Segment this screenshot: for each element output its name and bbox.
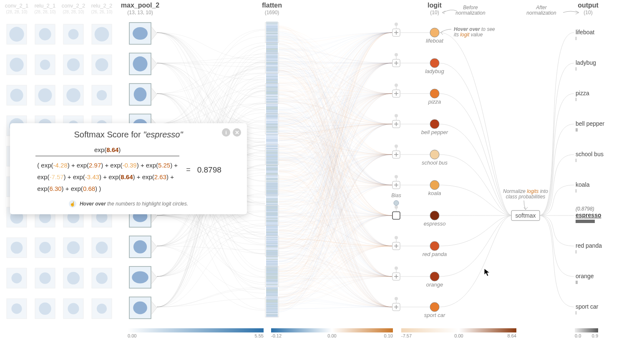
svg-rect-195 [266,133,278,134]
svg-rect-346 [266,259,278,260]
svg-rect-147 [266,93,278,94]
svg-rect-300 [266,221,278,221]
output-label[interactable]: espresso [576,212,601,218]
svg-rect-285 [266,208,278,209]
bias-dot [395,145,398,148]
logit-value[interactable]: -4.28 [53,162,68,169]
logit-value[interactable]: 2.97 [89,162,101,169]
add-node[interactable] [392,181,400,189]
svg-rect-387 [266,293,278,294]
add-node[interactable] [392,273,400,280]
svg-rect-372 [266,281,278,282]
logit-circle[interactable] [430,241,439,251]
add-node[interactable] [392,242,400,250]
output-bar [576,189,576,193]
svg-point-25 [39,242,51,254]
svg-rect-183 [266,123,278,124]
svg-rect-167 [266,109,278,110]
svg-text:conv_2_2: conv_2_2 [62,3,85,9]
logit-value[interactable]: -0.39 [123,162,137,169]
svg-rect-384 [266,291,278,292]
logit-circle[interactable] [430,150,439,159]
svg-rect-91 [266,46,278,47]
logit-value[interactable]: 8.64 [121,173,133,180]
output-label[interactable]: school bus [576,151,604,157]
logit-circle[interactable] [430,302,439,312]
svg-rect-125 [266,74,278,75]
bias-circle[interactable] [394,200,399,205]
svg-rect-377 [266,285,278,286]
softmax-label: softmax [515,212,536,219]
svg-rect-75 [266,33,278,33]
logit-circle[interactable] [430,89,439,98]
bias-label: Bias [391,193,401,198]
svg-rect-270 [266,195,278,196]
svg-rect-84 [266,40,278,41]
logit-value[interactable]: 8.64 [106,146,118,153]
svg-rect-274 [266,199,278,200]
svg-rect-223 [266,156,278,157]
output-label[interactable]: lifeboat [576,29,594,36]
svg-rect-226 [266,159,278,160]
svg-rect-119 [266,69,278,70]
logit-circle[interactable] [430,180,439,190]
svg-rect-337 [266,251,278,252]
svg-rect-266 [266,192,278,193]
svg-rect-155 [266,99,278,100]
output-label[interactable]: red panda [576,242,602,249]
logit-circle[interactable] [430,119,439,129]
svg-rect-205 [266,141,278,142]
logit-circle[interactable] [430,272,439,281]
logit-circle[interactable] [430,211,439,220]
svg-rect-299 [266,220,278,221]
logit-value[interactable]: 2.63 [154,173,166,180]
svg-rect-81 [266,38,278,38]
svg-rect-180 [266,120,278,121]
svg-rect-314 [266,232,278,233]
layer-title-output: output [578,2,599,9]
add-node[interactable] [392,303,400,311]
output-label[interactable]: koala [576,181,590,188]
svg-rect-117 [266,68,278,68]
output-label[interactable]: ladybug [576,59,596,66]
svg-rect-390 [266,296,278,297]
svg-rect-188 [266,127,278,128]
output-label[interactable]: sport car [576,303,599,310]
svg-point-36 [67,272,80,284]
output-label[interactable]: bell pepper [576,120,605,127]
add-node[interactable] [392,90,400,97]
svg-rect-121 [266,71,278,72]
svg-rect-267 [266,193,278,194]
logit-circle[interactable] [430,28,439,37]
svg-rect-375 [266,283,278,284]
svg-text:0.00: 0.00 [128,333,136,338]
svg-rect-193 [266,131,278,132]
svg-rect-411 [266,313,278,314]
svg-point-20 [38,88,52,102]
output-label[interactable]: orange [576,273,594,279]
logit-value[interactable]: 6.30 [49,185,61,192]
close-icon[interactable]: ✕ [233,128,241,137]
svg-rect-221 [266,155,278,155]
info-icon[interactable]: i [222,128,230,137]
bias-dot [395,266,398,270]
logit-value[interactable]: -3.43 [85,173,99,180]
logit-value[interactable]: -7.57 [49,173,63,180]
layer-title-flatten: flatten [262,2,282,9]
logit-circle[interactable] [430,58,439,68]
svg-rect-295 [266,216,278,217]
svg-rect-341 [266,255,278,256]
add-node[interactable] [392,120,400,128]
svg-rect-368 [266,277,278,278]
svg-text:conv_2_1: conv_2_1 [5,3,28,9]
logit-value[interactable]: 5.25 [158,162,170,169]
add-node[interactable] [392,59,400,67]
logit-value[interactable]: 0.68 [83,185,95,192]
add-node[interactable] [392,29,400,36]
add-node[interactable] [392,151,400,158]
svg-rect-80 [266,37,278,38]
svg-rect-166 [266,109,278,109]
svg-rect-152 [266,97,278,98]
svg-rect-323 [266,240,278,241]
output-label[interactable]: pizza [576,90,589,96]
